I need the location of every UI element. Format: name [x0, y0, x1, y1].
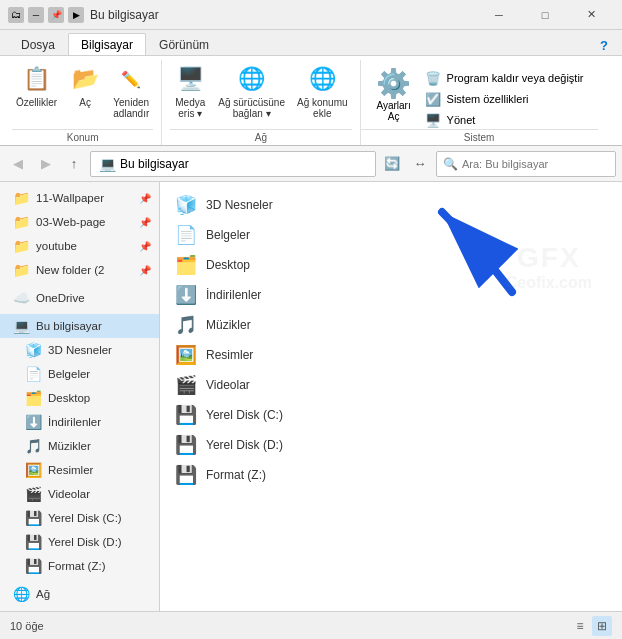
file-icon-yerel-d: 💾 [174, 433, 198, 457]
file-icon-muzikler: 🎵 [174, 313, 198, 337]
resimler-icon-sidebar: 🖼️ [24, 461, 42, 479]
path-icon: 💻 [99, 156, 116, 172]
sidebar-item-wallpaper[interactable]: 📁 11-Wallpaper 📌 [0, 186, 159, 210]
ag-konumu-button[interactable]: 🌐 Ağ konumuekle [293, 60, 352, 122]
file-label-desktop: Desktop [206, 258, 250, 272]
ag-buttons: 🖥️ Medyaeris ▾ 🌐 Ağ sürücüsünebağlan ▾ 🌐… [170, 60, 351, 129]
close-button[interactable]: ✕ [568, 0, 614, 30]
sidebar-item-indirilenler[interactable]: ⬇️ İndirilenler [0, 410, 159, 434]
refresh-button[interactable]: 🔄 [380, 152, 404, 176]
ozellikler-button[interactable]: 📋 Özellikler [12, 60, 61, 111]
sidebar-label-desktop: Desktop [48, 392, 90, 404]
sidebar-label-indirilenler: İndirilenler [48, 416, 101, 428]
sidebar-item-thispc[interactable]: 💻 Bu bilgisayar [0, 314, 159, 338]
pin-indicator-2: 📌 [139, 217, 151, 228]
view-toggle: ≡ ⊞ [570, 616, 612, 636]
ag-surucu-button[interactable]: 🌐 Ağ sürücüsünebağlan ▾ [214, 60, 289, 122]
pin-indicator: 📌 [139, 193, 151, 204]
ribbon-group-konum: 📋 Özellikler 📂 Aç ✏️ Yeniden adlandır Ko… [4, 60, 162, 145]
file-item-resimler[interactable]: 🖼️ Resimler [168, 340, 614, 370]
sidebar-item-yerel-c[interactable]: 💾 Yerel Disk (C:) [0, 506, 159, 530]
program-kaldır-item[interactable]: 🗑️ Program kaldır veya değiştir [419, 68, 590, 88]
sidebar-item-yerel-d[interactable]: 💾 Yerel Disk (D:) [0, 530, 159, 554]
file-label-belgeler: Belgeler [206, 228, 250, 242]
sidebar-label-onedrive: OneDrive [36, 292, 85, 304]
sidebar-item-desktop[interactable]: 🗂️ Desktop [0, 386, 159, 410]
web-page-icon: 📁 [12, 213, 30, 231]
sidebar-item-onedrive[interactable]: ☁️ OneDrive [0, 286, 159, 310]
file-icon-yerel-c: 💾 [174, 403, 198, 427]
sidebar-item-new-folder[interactable]: 📁 New folder (2 📌 [0, 258, 159, 282]
sidebar-item-3d-nesneler[interactable]: 🧊 3D Nesneler [0, 338, 159, 362]
medya-eris-button[interactable]: 🖥️ Medyaeris ▾ [170, 60, 210, 122]
minimize-button[interactable]: ─ [476, 0, 522, 30]
tab-dosya[interactable]: Dosya [8, 33, 68, 55]
sidebar-item-muzikler[interactable]: 🎵 Müzikler [0, 434, 159, 458]
up-button[interactable]: ↑ [62, 152, 86, 176]
yonet-item[interactable]: 🖥️ Yönet [419, 110, 590, 130]
sidebar-item-resimler[interactable]: 🖼️ Resimler [0, 458, 159, 482]
file-list: 🧊 3D Nesneler 📄 Belgeler 🗂️ Desktop ⬇️ İ… [160, 182, 622, 611]
file-item-desktop[interactable]: 🗂️ Desktop [168, 250, 614, 280]
nav-forward-icon[interactable]: ▶ [68, 7, 84, 23]
youtube-icon: 📁 [12, 237, 30, 255]
tab-bilgisayar[interactable]: Bilgisayar [68, 33, 146, 55]
sidebar-item-format-z[interactable]: 💾 Format (Z:) [0, 554, 159, 578]
file-item-indirilenler[interactable]: ⬇️ İndirilenler [168, 280, 614, 310]
ac-button[interactable]: 📂 Aç [65, 60, 105, 111]
sidebar-label-belgeler: Belgeler [48, 368, 90, 380]
file-label-yerel-d: Yerel Disk (D:) [206, 438, 283, 452]
resize-button[interactable]: ↔ [408, 152, 432, 176]
ribbon-tabs: Dosya Bilgisayar Görünüm ? [0, 30, 622, 56]
yeniden-adlandir-label: Yeniden adlandır [113, 97, 149, 119]
sidebar-item-belgeler[interactable]: 📄 Belgeler [0, 362, 159, 386]
grid-view-button[interactable]: ⊞ [592, 616, 612, 636]
sidebar-label-ag: Ağ [36, 588, 50, 600]
sistem-label: Sistem [361, 129, 598, 145]
file-item-videolar[interactable]: 🎬 Videolar [168, 370, 614, 400]
sistem-ozellikleri-label: Sistem özellikleri [447, 93, 529, 105]
sidebar-item-videolar[interactable]: 🎬 Videolar [0, 482, 159, 506]
sistem-ozellikleri-item[interactable]: ☑️ Sistem özellikleri [419, 89, 590, 109]
list-view-button[interactable]: ≡ [570, 616, 590, 636]
main-content: 📁 11-Wallpaper 📌 📁 03-Web-page 📌 📁 youtu… [0, 182, 622, 611]
medya-eris-icon: 🖥️ [174, 63, 206, 95]
back-button[interactable]: ◀ [6, 152, 30, 176]
yeniden-adlandir-button[interactable]: ✏️ Yeniden adlandır [109, 60, 153, 122]
sidebar-item-ag[interactable]: 🌐 Ağ [0, 582, 159, 606]
ag-konumu-label: Ağ konumuekle [297, 97, 348, 119]
sidebar-label-yerel-d: Yerel Disk (D:) [48, 536, 122, 548]
file-item-muzikler[interactable]: 🎵 Müzikler [168, 310, 614, 340]
file-item-belgeler[interactable]: 📄 Belgeler [168, 220, 614, 250]
address-bar: ◀ ▶ ↑ 💻 Bu bilgisayar 🔄 ↔ 🔍 [0, 146, 622, 182]
file-label-format-z: Format (Z:) [206, 468, 266, 482]
file-label-3d: 3D Nesneler [206, 198, 273, 212]
sidebar-label-new-folder: New folder (2 [36, 264, 104, 276]
search-input[interactable] [462, 158, 609, 170]
pin-icon[interactable]: 📌 [48, 7, 64, 23]
sidebar-item-youtube[interactable]: 📁 youtube 📌 [0, 234, 159, 258]
maximize-button[interactable]: □ [522, 0, 568, 30]
file-item-yerel-d[interactable]: 💾 Yerel Disk (D:) [168, 430, 614, 460]
yerel-d-icon-sidebar: 💾 [24, 533, 42, 551]
ayarlar-label: AyarlarıAç [376, 100, 410, 122]
file-icon-3d: 🧊 [174, 193, 198, 217]
sidebar-label-format-z: Format (Z:) [48, 560, 106, 572]
file-label-muzikler: Müzikler [206, 318, 251, 332]
file-item-yerel-c[interactable]: 💾 Yerel Disk (C:) [168, 400, 614, 430]
address-path[interactable]: 💻 Bu bilgisayar [90, 151, 376, 177]
file-item-format-z[interactable]: 💾 Format (Z:) [168, 460, 614, 490]
help-button[interactable]: ? [594, 36, 614, 55]
belgeler-icon-sidebar: 📄 [24, 365, 42, 383]
forward-button[interactable]: ▶ [34, 152, 58, 176]
ayarlar-button[interactable]: ⚙️ AyarlarıAç [369, 64, 419, 125]
tab-gorunum[interactable]: Görünüm [146, 33, 222, 55]
sidebar: 📁 11-Wallpaper 📌 📁 03-Web-page 📌 📁 youtu… [0, 182, 160, 611]
ag-surucu-icon: 🌐 [236, 63, 268, 95]
file-item-3d[interactable]: 🧊 3D Nesneler [168, 190, 614, 220]
search-icon: 🔍 [443, 157, 458, 171]
quick-access-icon[interactable]: ─ [28, 7, 44, 23]
sidebar-item-web-page[interactable]: 📁 03-Web-page 📌 [0, 210, 159, 234]
3d-icon-sidebar: 🧊 [24, 341, 42, 359]
title-bar-icons: 🗂 ─ 📌 ▶ [8, 7, 84, 23]
